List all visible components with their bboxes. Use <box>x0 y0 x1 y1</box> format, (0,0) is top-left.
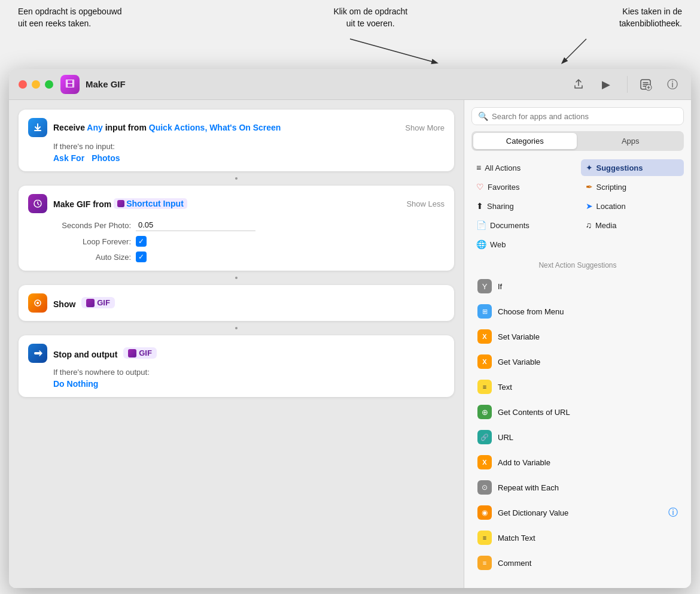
web-icon: 🌐 <box>476 240 486 249</box>
receive-any-link[interactable]: Any <box>87 123 102 132</box>
tab-categories[interactable]: Categories <box>473 133 577 149</box>
stop-gif-badge: GIF <box>123 347 157 359</box>
suggestion-text[interactable]: ≡ Text <box>471 375 684 399</box>
get-dictionary-info-icon[interactable]: ⓘ <box>668 507 678 519</box>
info-button[interactable]: ⓘ <box>664 75 681 93</box>
suggestion-if-label: If <box>498 282 502 291</box>
annotation-right: Kies taken in de takenbibliotheek. <box>619 6 682 66</box>
auto-size-label: Auto Size: <box>53 253 131 262</box>
make-gif-card: Make GIF from Shortcut Input Show Less S… <box>19 186 454 271</box>
if-icon: Y <box>477 279 492 293</box>
library-button[interactable] <box>635 74 656 95</box>
cat-location[interactable]: ➤ Location <box>581 198 684 214</box>
search-icon: 🔍 <box>478 111 488 121</box>
cat-documents-label: Documents <box>490 221 529 230</box>
make-gif-title: Make GIF from Shortcut Input <box>53 198 400 209</box>
documents-icon: 📄 <box>476 220 486 230</box>
seconds-per-photo-row: Seconds Per Photo: <box>53 219 445 231</box>
suggestion-get-contents-url[interactable]: ⊕ Get Contents of URL <box>471 400 684 424</box>
media-icon: ♫ <box>586 220 592 230</box>
svg-rect-4 <box>34 130 41 131</box>
cat-all-actions-label: All Actions <box>485 163 521 172</box>
suggestion-add-variable[interactable]: X Add to Variable <box>471 450 684 474</box>
ask-for-link[interactable]: Ask For <box>53 153 84 163</box>
cat-suggestions-label: Suggestions <box>596 163 643 172</box>
cat-all-actions[interactable]: ≡ All Actions <box>471 159 575 176</box>
suggestion-add-variable-label: Add to Variable <box>498 458 550 467</box>
cat-sharing[interactable]: ⬆ Sharing <box>471 198 575 214</box>
loop-forever-checkbox[interactable]: ✓ <box>136 236 147 247</box>
cat-documents[interactable]: 📄 Documents <box>471 217 575 234</box>
show-card: Show GIF <box>19 285 454 321</box>
cat-media-label: Media <box>595 221 616 230</box>
svg-rect-7 <box>34 352 41 354</box>
stop-output-header: Stop and output GIF <box>28 344 445 363</box>
shortcut-input-link[interactable]: Shortcut Input <box>114 199 187 209</box>
text-icon: ≡ <box>477 380 492 394</box>
suggestion-set-variable[interactable]: X Set Variable <box>471 325 684 348</box>
photos-link[interactable]: Photos <box>92 153 120 163</box>
cat-media[interactable]: ♫ Media <box>581 217 684 234</box>
fullscreen-button[interactable] <box>45 80 53 89</box>
seconds-input[interactable] <box>136 219 255 231</box>
favorites-icon: ♡ <box>476 182 484 192</box>
suggestion-repeat-each[interactable]: ⊙ Repeat with Each <box>471 475 684 499</box>
suggestions-section-label: Next Action Suggestions <box>471 261 684 269</box>
url-icon: 🔗 <box>477 430 492 444</box>
show-gif-badge: GIF <box>81 297 115 308</box>
all-actions-icon: ≡ <box>476 163 481 172</box>
suggestion-get-variable-label: Get Variable <box>498 357 540 366</box>
show-more-button[interactable]: Show More <box>405 123 445 132</box>
share-button[interactable] <box>570 75 588 93</box>
auto-size-checkbox[interactable]: ✓ <box>136 251 147 262</box>
do-nothing-link[interactable]: Do Nothing <box>53 379 98 389</box>
titlebar-right: ⓘ <box>635 74 681 95</box>
minimize-button[interactable] <box>32 80 40 89</box>
loop-forever-row: Loop Forever: ✓ <box>53 236 445 247</box>
receive-icon <box>28 118 47 137</box>
receive-source-link[interactable]: Quick Actions, What's On Screen <box>149 123 281 132</box>
sharing-icon: ⬆ <box>476 201 483 211</box>
cat-suggestions[interactable]: ✦ Suggestions <box>581 159 684 176</box>
stop-output-icon <box>28 344 47 363</box>
close-button[interactable] <box>19 80 27 89</box>
traffic-lights <box>19 80 53 89</box>
comment-icon: ≡ <box>477 556 492 570</box>
play-button[interactable]: ▶ <box>597 75 615 93</box>
nowhere-output-label: If there's nowhere to output: <box>53 368 445 377</box>
get-contents-url-icon: ⊕ <box>477 405 492 419</box>
suggestion-if[interactable]: Y If <box>471 274 684 298</box>
repeat-each-icon: ⊙ <box>477 480 492 495</box>
cat-favorites-label: Favorites <box>488 183 519 192</box>
cat-web[interactable]: 🌐 Web <box>471 236 575 253</box>
scripting-icon: ✒ <box>586 182 593 192</box>
suggestion-get-variable[interactable]: X Get Variable <box>471 350 684 374</box>
suggestion-choose-menu-label: Choose from Menu <box>498 307 564 316</box>
main-window: 🎞 Make GIF ▶ ⓘ <box>9 69 691 588</box>
add-variable-icon: X <box>477 455 492 469</box>
show-less-button[interactable]: Show Less <box>406 199 445 208</box>
suggestion-get-dictionary[interactable]: ◉ Get Dictionary Value ⓘ <box>471 501 684 525</box>
receive-card: Receive Any input from Quick Actions, Wh… <box>19 110 454 171</box>
loop-forever-label: Loop Forever: <box>53 237 131 246</box>
suggestion-url[interactable]: 🔗 URL <box>471 425 684 449</box>
app-icon: 🎞 <box>60 75 80 94</box>
suggestion-match-text[interactable]: ≡ Match Text <box>471 526 684 550</box>
cat-scripting[interactable]: ✒ Scripting <box>581 178 684 195</box>
stop-output-card: Stop and output GIF If there's nowhere t… <box>19 335 454 397</box>
right-panel: 🔍 Categories Apps ≡ All Actions ✦ Sugges… <box>464 100 691 588</box>
make-gif-header: Make GIF from Shortcut Input Show Less <box>28 194 445 213</box>
cat-favorites[interactable]: ♡ Favorites <box>471 178 575 195</box>
suggestion-set-variable-label: Set Variable <box>498 332 540 341</box>
show-title: Show GIF <box>53 297 445 309</box>
search-input[interactable] <box>492 112 677 121</box>
window-title: Make GIF <box>86 79 570 89</box>
receive-sub-links: Ask For Photos <box>53 153 445 163</box>
choose-menu-icon: ⊞ <box>477 304 492 319</box>
suggestion-comment[interactable]: ≡ Comment <box>471 551 684 575</box>
suggestion-text-label: Text <box>498 383 512 392</box>
tab-apps[interactable]: Apps <box>579 133 683 149</box>
match-text-icon: ≡ <box>477 531 492 545</box>
suggestion-choose-menu[interactable]: ⊞ Choose from Menu <box>471 299 684 323</box>
annotation-center: Klik om de opdracht uit te voeren. <box>333 6 407 66</box>
